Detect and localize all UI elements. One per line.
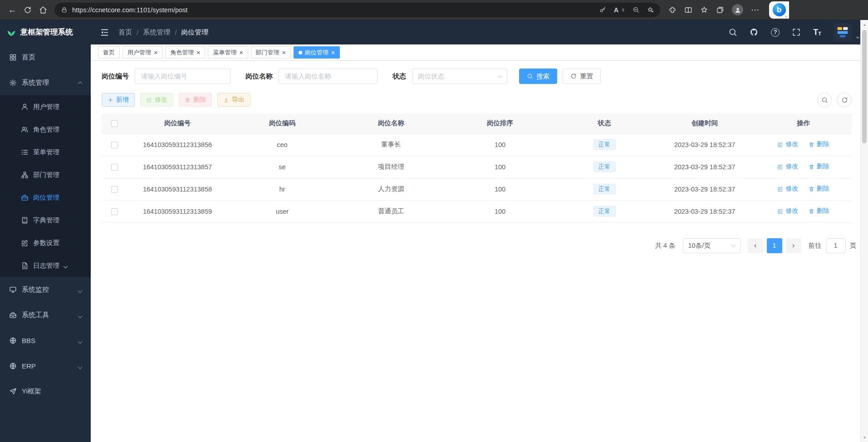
post-name-input[interactable] bbox=[279, 69, 378, 84]
tab-label: 用户管理 bbox=[128, 49, 151, 57]
sidebar-item-yi-framework[interactable]: Yi框架 bbox=[0, 378, 91, 404]
header-actions: ? TT bbox=[728, 23, 859, 41]
sidebar-item-param-settings[interactable]: 参数设置 bbox=[0, 231, 91, 254]
chevron-down-icon bbox=[731, 243, 736, 247]
split-screen-icon[interactable] bbox=[684, 6, 692, 14]
row-delete-link[interactable]: 删除 bbox=[809, 207, 829, 215]
table-row[interactable]: 1641030593112313857 se 项目经理 100 正常 2023-… bbox=[102, 156, 852, 178]
tab-menu-mgmt[interactable]: 菜单管理 × bbox=[208, 46, 248, 59]
export-button[interactable]: 导出 bbox=[217, 93, 250, 107]
browser-home-button[interactable] bbox=[35, 2, 51, 18]
row-checkbox[interactable] bbox=[111, 208, 118, 215]
post-code-input[interactable] bbox=[135, 69, 230, 84]
dashboard-icon bbox=[9, 54, 17, 61]
font-size-icon[interactable]: TT bbox=[813, 28, 821, 36]
sidebar-item-dept-mgmt[interactable]: 部门管理 bbox=[0, 163, 91, 186]
browser-refresh-button[interactable] bbox=[20, 2, 35, 18]
sidebar-item-dict-mgmt[interactable]: 字典管理 bbox=[0, 209, 91, 231]
zoom-icon[interactable] bbox=[633, 6, 639, 13]
table-row[interactable]: 1641030593112313859 user 普通员工 100 正常 202… bbox=[102, 200, 852, 222]
close-icon[interactable]: × bbox=[282, 49, 286, 56]
row-checkbox[interactable] bbox=[111, 142, 118, 148]
delete-button[interactable]: 删除 bbox=[179, 93, 212, 107]
sidebar-item-post-mgmt[interactable]: 岗位管理 bbox=[0, 186, 91, 209]
sidebar-item-bbs[interactable]: BBS bbox=[0, 328, 91, 353]
fullscreen-icon[interactable] bbox=[792, 28, 801, 37]
status-badge: 正常 bbox=[593, 162, 616, 172]
scrollbar-thumb[interactable] bbox=[862, 30, 867, 143]
address-bar[interactable]: https://ccnetcore.com:1101/system/post A bbox=[54, 3, 660, 17]
row-checkbox[interactable] bbox=[111, 186, 118, 193]
page-1-button[interactable]: 1 bbox=[767, 238, 782, 253]
sidebar-item-tools[interactable]: 系统工具 bbox=[0, 302, 91, 328]
avatar-dropdown-caret-icon[interactable] bbox=[857, 32, 859, 40]
select-all-checkbox[interactable] bbox=[111, 120, 118, 127]
row-delete-link[interactable]: 删除 bbox=[809, 185, 829, 193]
page-scrollbar[interactable]: ▲ ▼ bbox=[860, 20, 868, 442]
refresh-table-button[interactable] bbox=[837, 93, 852, 107]
close-icon[interactable]: × bbox=[196, 49, 200, 56]
sidebar-item-monitor[interactable]: 系统监控 bbox=[0, 277, 91, 302]
add-button[interactable]: 新增 bbox=[102, 93, 135, 107]
toggle-search-button[interactable] bbox=[817, 93, 832, 107]
sidebar-toggle-button[interactable] bbox=[100, 28, 109, 37]
row-edit-link[interactable]: 修改 bbox=[777, 140, 798, 148]
row-edit-link[interactable]: 修改 bbox=[777, 162, 798, 171]
collections-icon[interactable] bbox=[716, 6, 724, 14]
tab-dept-mgmt[interactable]: 部门管理 × bbox=[251, 46, 291, 59]
scrollbar-up-arrow-icon[interactable]: ▲ bbox=[861, 21, 868, 28]
tab-post-mgmt[interactable]: 岗位管理 × bbox=[294, 46, 340, 59]
user-avatar[interactable] bbox=[834, 23, 852, 41]
sidebar-item-system[interactable]: 系统管理 bbox=[0, 70, 91, 95]
close-icon[interactable]: × bbox=[239, 49, 243, 56]
sidebar-item-label: 岗位管理 bbox=[33, 193, 59, 202]
tab-user-mgmt[interactable]: 用户管理 × bbox=[123, 46, 162, 59]
breadcrumb-item[interactable]: 首页 bbox=[118, 28, 132, 37]
sidebar-item-menu-mgmt[interactable]: 菜单管理 bbox=[0, 141, 91, 163]
sidebar-item-user-mgmt[interactable]: 用户管理 bbox=[0, 95, 91, 118]
url-text[interactable]: https://ccnetcore.com:1101/system/post bbox=[72, 6, 187, 14]
table-row[interactable]: 1641030593112313858 hr 人力资源 100 正常 2023-… bbox=[102, 178, 852, 200]
sidebar-item-role-mgmt[interactable]: 角色管理 bbox=[0, 118, 91, 141]
row-edit-link[interactable]: 修改 bbox=[777, 185, 798, 193]
page-size-select[interactable]: 10条/页 bbox=[683, 238, 740, 253]
browser-back-button[interactable]: ← bbox=[5, 2, 20, 18]
sidebar-item-log-mgmt[interactable]: 日志管理 bbox=[0, 254, 91, 277]
row-delete-link[interactable]: 删除 bbox=[809, 140, 829, 148]
tab-role-mgmt[interactable]: 角色管理 × bbox=[165, 46, 205, 59]
browser-profile-icon[interactable] bbox=[732, 4, 743, 15]
help-icon[interactable]: ? bbox=[771, 28, 780, 37]
reset-button[interactable]: 重置 bbox=[563, 69, 601, 84]
browser-toolbar: ← https://ccnetcore.com:1101/system/post… bbox=[0, 0, 868, 20]
toolbox-icon bbox=[9, 311, 17, 319]
read-aloud-icon[interactable]: A bbox=[614, 6, 625, 14]
next-page-button[interactable]: › bbox=[786, 238, 801, 253]
status-select[interactable]: 岗位状态 bbox=[412, 69, 507, 84]
browser-menu-icon[interactable]: ⋯ bbox=[751, 5, 760, 15]
sidebar-item-home[interactable]: 首页 bbox=[0, 44, 91, 70]
add-favorite-icon[interactable] bbox=[647, 6, 654, 13]
favorites-icon[interactable] bbox=[700, 6, 708, 14]
prev-page-button[interactable]: ‹ bbox=[748, 238, 763, 253]
extensions-icon[interactable] bbox=[668, 6, 677, 14]
column-header: 岗位名称 bbox=[337, 113, 446, 133]
status-select-placeholder: 岗位状态 bbox=[418, 72, 444, 81]
bing-dropdown-caret-icon[interactable] bbox=[785, 11, 787, 19]
scrollbar-down-arrow-icon[interactable]: ▼ bbox=[861, 434, 868, 441]
row-delete-link[interactable]: 删除 bbox=[809, 162, 829, 171]
table-row[interactable]: 1641030593112313856 ceo 董事长 100 正常 2023-… bbox=[102, 133, 852, 156]
close-icon[interactable]: × bbox=[154, 49, 157, 56]
bing-copilot-button[interactable]: b bbox=[769, 1, 789, 19]
search-button[interactable]: 搜索 bbox=[519, 69, 557, 84]
search-icon[interactable] bbox=[728, 28, 737, 37]
close-icon[interactable]: × bbox=[331, 49, 335, 56]
row-edit-link[interactable]: 修改 bbox=[777, 207, 798, 215]
edit-button[interactable]: 修改 bbox=[140, 93, 173, 107]
breadcrumb-item[interactable]: 系统管理 bbox=[143, 28, 170, 37]
github-icon[interactable] bbox=[750, 28, 759, 37]
sidebar-item-erp[interactable]: ERP bbox=[0, 353, 91, 378]
password-key-icon[interactable] bbox=[599, 6, 606, 13]
goto-page-input[interactable] bbox=[826, 238, 846, 253]
row-checkbox[interactable] bbox=[111, 164, 118, 171]
tab-home[interactable]: 首页 bbox=[98, 46, 120, 59]
